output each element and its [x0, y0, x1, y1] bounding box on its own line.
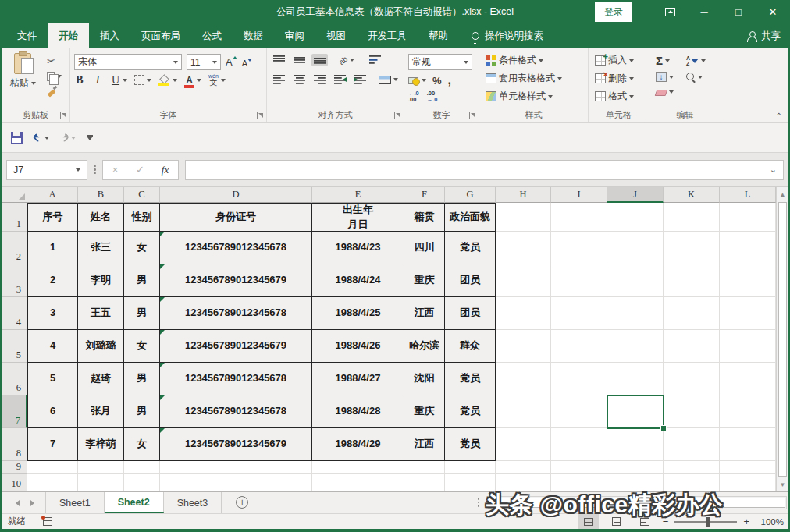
align-center-button[interactable]	[291, 73, 308, 86]
cell-F3[interactable]: 重庆	[404, 264, 445, 297]
cell-A1[interactable]: 序号	[27, 203, 78, 232]
cell-I1[interactable]	[551, 203, 607, 232]
zoom-in-button[interactable]: +	[743, 516, 749, 527]
column-header-A[interactable]: A	[27, 187, 78, 203]
sheet-tab-sheet3[interactable]: Sheet3	[164, 492, 222, 513]
cell-L5[interactable]	[720, 330, 776, 363]
cell-E4[interactable]: 1988/4/25	[312, 297, 404, 330]
enter-button[interactable]: ✓	[128, 164, 153, 176]
column-header-G[interactable]: G	[445, 187, 496, 203]
cell-I8[interactable]	[551, 428, 607, 461]
column-header-J[interactable]: J	[607, 187, 664, 203]
cell-C7[interactable]: 男	[124, 395, 160, 428]
align-bottom-button[interactable]	[311, 54, 328, 66]
cell-I7[interactable]	[551, 395, 607, 428]
cell-E1[interactable]: 出生年 月日	[312, 203, 404, 232]
cut-button[interactable]: ✂	[44, 55, 64, 68]
ribbon-tab-文件[interactable]: 文件	[6, 23, 48, 48]
cell-D3[interactable]: 123456789012345679	[160, 264, 312, 297]
cell-E5[interactable]: 1988/4/26	[312, 330, 404, 363]
cell-K2[interactable]	[664, 232, 720, 264]
cell-B1[interactable]: 姓名	[78, 203, 124, 232]
conditional-formatting-button[interactable]: 条件格式	[483, 52, 564, 69]
cell-G3[interactable]: 团员	[445, 264, 496, 297]
cancel-button[interactable]: ×	[103, 164, 128, 176]
name-box[interactable]: J7	[6, 160, 87, 180]
cell-F9[interactable]	[404, 461, 445, 474]
ribbon-tab-帮助[interactable]: 帮助	[418, 23, 459, 48]
comma-style-button[interactable]: ,	[448, 73, 451, 87]
cell-A10[interactable]	[27, 474, 78, 491]
cell-B4[interactable]: 王五	[78, 297, 124, 330]
cell-A3[interactable]: 2	[27, 264, 78, 297]
cell-H7[interactable]	[496, 395, 551, 428]
column-header-B[interactable]: B	[78, 187, 124, 203]
cell-F10[interactable]	[404, 474, 445, 491]
cell-K6[interactable]	[664, 363, 720, 395]
ribbon-display-options-button[interactable]	[653, 0, 687, 23]
macro-record-icon[interactable]	[43, 517, 52, 526]
ribbon-tab-开发工具[interactable]: 开发工具	[357, 23, 418, 48]
sheet-tab-sheet1[interactable]: Sheet1	[45, 492, 105, 513]
format-cells-button[interactable]: 格式	[592, 88, 636, 105]
number-dialog-launcher[interactable]	[469, 112, 476, 119]
column-header-D[interactable]: D	[160, 187, 312, 203]
cell-A8[interactable]: 7	[27, 428, 78, 461]
ribbon-tab-审阅[interactable]: 审阅	[274, 23, 315, 48]
expand-formula-bar-icon[interactable]: ⌄	[770, 165, 777, 175]
row-header-4[interactable]: 4	[2, 297, 27, 330]
zoom-level[interactable]: 100%	[756, 517, 784, 527]
wrap-text-button[interactable]	[367, 54, 383, 66]
cell-J9[interactable]	[607, 461, 664, 474]
ribbon-tab-插入[interactable]: 插入	[89, 23, 130, 48]
cell-D4[interactable]: 123456789012345678	[160, 297, 312, 330]
column-header-F[interactable]: F	[404, 187, 445, 203]
cell-I5[interactable]	[551, 330, 607, 363]
cell-J4[interactable]	[607, 297, 664, 330]
cell-B9[interactable]	[78, 461, 124, 474]
cell-I2[interactable]	[551, 232, 607, 264]
cell-H3[interactable]	[496, 264, 551, 297]
row-header-3[interactable]: 3	[2, 264, 27, 297]
column-header-H[interactable]: H	[496, 187, 551, 203]
cell-J2[interactable]	[607, 232, 664, 264]
cell-I9[interactable]	[551, 461, 607, 474]
row-header-10[interactable]: 10	[2, 474, 27, 491]
cell-G6[interactable]: 党员	[445, 363, 496, 395]
row-header-7[interactable]: 7	[2, 395, 27, 428]
cell-K3[interactable]	[664, 264, 720, 297]
cell-K5[interactable]	[664, 330, 720, 363]
cell-E2[interactable]: 1988/4/23	[312, 232, 404, 264]
row-header-8[interactable]: 8	[2, 428, 27, 461]
cell-A2[interactable]: 1	[27, 232, 78, 264]
scroll-up-icon[interactable]: ▲	[777, 187, 788, 201]
cell-E6[interactable]: 1988/4/27	[312, 363, 404, 395]
cell-C5[interactable]: 女	[124, 330, 160, 363]
align-left-button[interactable]	[271, 73, 287, 86]
add-sheet-button[interactable]: +	[236, 496, 248, 509]
cell-E9[interactable]	[312, 461, 404, 474]
cell-J1[interactable]	[607, 203, 664, 232]
cell-F4[interactable]: 江西	[404, 297, 445, 330]
format-painter-button[interactable]	[44, 85, 64, 98]
underline-button[interactable]: U	[110, 74, 127, 87]
font-dialog-launcher[interactable]	[257, 112, 264, 119]
cell-G7[interactable]: 党员	[445, 395, 496, 428]
cell-D2[interactable]: 123456789012345678	[160, 232, 312, 264]
cell-C3[interactable]: 男	[124, 264, 160, 297]
scroll-down-icon[interactable]: ▼	[777, 477, 788, 491]
cell-D8[interactable]: 123456789012345679	[160, 428, 312, 461]
row-header-5[interactable]: 5	[2, 330, 27, 363]
cell-J3[interactable]	[607, 264, 664, 297]
cell-F6[interactable]: 沈阳	[404, 363, 445, 395]
sheet-tab-sheet2[interactable]: Sheet2	[105, 492, 164, 513]
cell-A4[interactable]: 3	[27, 297, 78, 330]
cell-F1[interactable]: 籍贯	[404, 203, 445, 232]
fill-color-button[interactable]	[158, 75, 177, 86]
cell-L9[interactable]	[720, 461, 776, 474]
share-button[interactable]: 共享	[747, 23, 781, 48]
cell-B8[interactable]: 李梓萌	[78, 428, 124, 461]
clear-button[interactable]	[653, 86, 676, 98]
cell-L6[interactable]	[720, 363, 776, 395]
cell-I3[interactable]	[551, 264, 607, 297]
